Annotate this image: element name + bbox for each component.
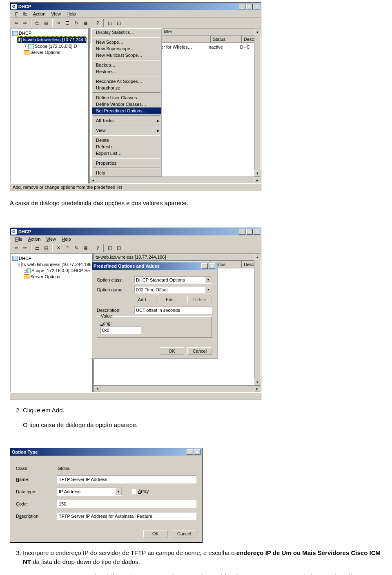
minimize-button[interactable]: _ <box>239 4 245 9</box>
chevron-down-icon[interactable]: ▾ <box>205 286 212 293</box>
properties-button[interactable]: ☰ <box>63 244 71 252</box>
code-input[interactable]: 150 <box>57 500 196 508</box>
export-button[interactable]: ▦ <box>81 19 89 27</box>
context-menu[interactable]: Display Statistics…New Scope…New Supersc… <box>91 28 162 177</box>
ok-button[interactable]: OK <box>160 347 184 355</box>
chevron-down-icon[interactable]: ▾ <box>115 488 122 495</box>
menu-file[interactable]: File <box>13 236 25 242</box>
checkbox-icon[interactable] <box>131 489 136 494</box>
scroll-up-icon[interactable]: ▴ <box>254 254 261 260</box>
menu-item[interactable]: Properties <box>92 160 161 166</box>
delete-button[interactable]: Delete <box>187 296 212 303</box>
back-button[interactable]: ⇦ <box>12 244 20 252</box>
dialog-titlebar[interactable]: Option Type ? ✕ <box>10 448 202 456</box>
scroll-left-icon[interactable]: ◂ <box>94 386 100 392</box>
menu-item[interactable]: Display Statistics… <box>92 29 161 36</box>
tree-scope[interactable]: +Scope [172.16.0.0] D <box>23 43 87 49</box>
v-scrollbar[interactable]: ▴▾ <box>254 29 261 177</box>
long-input[interactable]: 0x0 <box>100 327 141 334</box>
two-pane-icon-2[interactable]: ◫ <box>115 19 123 27</box>
export-button[interactable]: ▦ <box>81 244 89 252</box>
help-button[interactable]: ? <box>187 449 193 455</box>
menu-item[interactable]: Set Predefined Options… <box>92 107 161 114</box>
edit-button[interactable]: Edit… <box>160 296 184 303</box>
close-button[interactable]: ✕ <box>209 263 215 269</box>
menu-action[interactable]: Action <box>26 236 43 242</box>
collapse-icon[interactable]: - <box>18 38 20 42</box>
help-button[interactable]: ? <box>94 19 102 27</box>
h-scrollbar[interactable]: ◂▸ <box>90 177 261 183</box>
chevron-down-icon[interactable]: ▾ <box>205 277 212 283</box>
menu-view[interactable]: View <box>44 236 58 242</box>
col-status[interactable]: Status <box>211 36 242 43</box>
maximize-button[interactable]: □ <box>246 229 253 235</box>
scroll-right-icon[interactable]: ▸ <box>254 177 261 183</box>
dialog-titlebar[interactable]: Predefined Options and Values ? ✕ <box>92 262 217 270</box>
scroll-down-icon[interactable]: ▾ <box>254 379 261 385</box>
menu-item[interactable]: Export List… <box>92 150 161 157</box>
menu-help[interactable]: Help <box>64 11 78 17</box>
menu-item[interactable]: Unauthorize <box>92 85 161 91</box>
menu-item[interactable]: Define Vendor Classes… <box>92 101 161 107</box>
menu-item[interactable]: Restore… <box>92 68 161 75</box>
titlebar[interactable]: ✪ DHCP _ □ ✕ <box>10 228 261 235</box>
expand-icon[interactable]: + <box>24 269 27 273</box>
menu-item[interactable]: Refresh <box>92 143 161 150</box>
show-button[interactable]: ▤ <box>42 19 50 27</box>
minimize-button[interactable]: _ <box>239 229 245 235</box>
menu-item[interactable]: Help <box>92 170 161 176</box>
menubar[interactable]: File Action View Help <box>10 10 261 18</box>
tree-root[interactable]: DHCP <box>11 30 87 36</box>
collapse-icon[interactable]: - <box>18 263 20 266</box>
delete-button[interactable]: ✕ <box>54 244 62 252</box>
show-button[interactable]: ▤ <box>42 244 50 252</box>
close-button[interactable]: ✕ <box>254 4 260 9</box>
titlebar[interactable]: ✪ DHCP _ □ ✕ <box>10 3 261 10</box>
menu-item[interactable]: Reconcile All Scopes… <box>92 78 161 85</box>
menu-action[interactable]: Action <box>31 11 48 17</box>
menu-item[interactable]: View <box>92 127 161 134</box>
tree-scope[interactable]: +Scope [172.16.0.0] DHCP Se <box>23 268 91 274</box>
two-pane-icon-2[interactable]: ◫ <box>115 244 123 252</box>
menu-view[interactable]: View <box>49 11 63 17</box>
maximize-button[interactable]: □ <box>246 4 253 9</box>
menu-item[interactable]: New Scope… <box>92 39 161 45</box>
scroll-right-icon[interactable]: ▸ <box>254 386 261 392</box>
menu-help[interactable]: Help <box>59 236 74 242</box>
two-pane-icon[interactable]: ◫ <box>106 244 114 252</box>
back-button[interactable]: ⇦ <box>12 19 20 27</box>
tree-server-options[interactable]: Server Options <box>23 49 87 56</box>
description-input[interactable]: UCT offset in seconds <box>134 307 212 314</box>
forward-button[interactable]: ⇨ <box>21 244 29 252</box>
option-class-select[interactable]: DHCP Standard Options▾ <box>134 276 212 284</box>
help-button[interactable]: ? <box>201 263 208 269</box>
tree-server-options[interactable]: Server Options <box>23 274 91 280</box>
add-button[interactable]: Add… <box>132 296 156 303</box>
properties-button[interactable]: ☰ <box>63 19 71 27</box>
up-button[interactable]: 🗀 <box>33 19 41 27</box>
tree-server[interactable]: -ts-web.lab.wireless [10.77.244.196] <box>17 262 91 268</box>
menubar[interactable]: File Action View Help <box>10 235 261 243</box>
close-button[interactable]: ✕ <box>254 229 260 235</box>
scroll-down-icon[interactable]: ▾ <box>254 170 261 177</box>
scroll-up-icon[interactable]: ▴ <box>254 29 261 35</box>
refresh-button[interactable]: ↻ <box>72 19 80 27</box>
up-button[interactable]: 🗀 <box>33 244 41 252</box>
menu-item[interactable]: New Multicast Scope… <box>92 52 161 58</box>
v-scrollbar[interactable]: ▴▾ <box>254 254 261 385</box>
h-scrollbar[interactable]: ◂▸ <box>94 385 261 392</box>
forward-button[interactable]: ⇨ <box>21 19 29 27</box>
tree-pane[interactable]: DHCP -ts-web.lab.wireless [10.77.244.196… <box>10 253 92 392</box>
expand-icon[interactable]: + <box>24 45 27 48</box>
option-name-select[interactable]: 002 Time Offset▾ <box>134 286 212 293</box>
delete-button[interactable]: ✕ <box>54 19 62 27</box>
menu-item[interactable]: Backup… <box>92 62 161 68</box>
name-input[interactable]: TFTP Server IP Address <box>57 475 196 483</box>
array-checkbox[interactable]: Array <box>131 489 149 494</box>
menu-item[interactable]: Delete <box>92 137 161 143</box>
menu-item[interactable]: Define User Classes… <box>92 94 161 101</box>
cancel-button[interactable]: Cancel <box>172 530 196 537</box>
tree-pane[interactable]: DHCP -ts-web.lab.wireless [10.77.244.196… <box>10 28 88 183</box>
menu-item[interactable]: New Superscope… <box>92 45 161 52</box>
refresh-button[interactable]: ↻ <box>72 244 80 252</box>
